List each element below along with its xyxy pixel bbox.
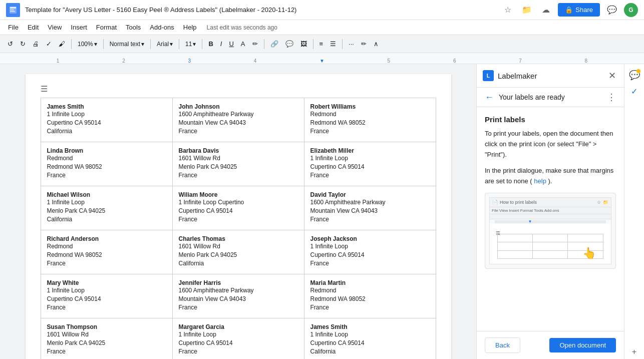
image-button[interactable]: 🖼: [298, 39, 309, 49]
label-address: 1 Infinite LoopMenlo Park CA 94025Califo…: [47, 198, 166, 223]
list-button[interactable]: ☰: [328, 39, 339, 49]
ruler-mark-9: 8: [584, 58, 587, 64]
comment-button[interactable]: 💬: [283, 39, 296, 49]
panel-sub-title: Your labels are ready: [499, 93, 602, 101]
style-select[interactable]: Normal text▾: [107, 39, 147, 49]
preview-ruler-inner: ▼: [495, 220, 606, 223]
label-address: 1601 Willow RdMenlo Park CA 94025Califor…: [179, 242, 298, 267]
toolbar-divider-4: [179, 39, 179, 49]
ruler-mark-3: 3: [188, 58, 191, 64]
label-cell: Maria MartinRedmondRedmond WA 98052Franc…: [304, 274, 436, 318]
menu-view[interactable]: View: [44, 23, 66, 32]
preview-ruler-marker: ▼: [528, 219, 532, 224]
help-link[interactable]: help: [534, 177, 546, 185]
app-icon: [6, 3, 20, 17]
back-button[interactable]: Back: [485, 337, 520, 353]
size-select[interactable]: 11▾: [183, 39, 198, 49]
ruler-mark-4: 4: [254, 58, 257, 64]
label-address: 1 Infinite LoopCupertino CA 95014France: [310, 242, 430, 267]
menu-tools[interactable]: Tools: [122, 23, 145, 32]
undo-button[interactable]: ↺: [5, 39, 16, 49]
toolbar-divider-8: [342, 39, 343, 49]
last-edit-status: Last edit was seconds ago: [207, 24, 277, 31]
toolbar: ↺ ↻ 🖨 ✓ 🖌 100%▾ Normal text▾ Arial▾ 11▾ …: [0, 35, 644, 53]
panel-footer: Back Open document: [477, 331, 624, 359]
svg-rect-2: [10, 10, 14, 11]
folder-icon[interactable]: 📁: [520, 3, 534, 17]
label-cell: Richard AndersonRedmondRedmond WA 98052F…: [41, 230, 173, 274]
label-cell: Wiliam Moore1 Infinite Loop CupertinoCup…: [173, 186, 304, 230]
side-icon-add[interactable]: +: [627, 345, 641, 359]
label-address: 1600 Amphitheatre ParkwayMountain View C…: [310, 198, 430, 223]
top-bar: Template for "Avery US Letter - 5160 Eas…: [0, 0, 644, 20]
doc-title: Template for "Avery US Letter - 5160 Eas…: [25, 6, 496, 14]
label-address: 1 Infinite LoopCupertino CA 95014Califor…: [310, 330, 430, 355]
menu-format[interactable]: Format: [92, 23, 121, 32]
svg-rect-1: [10, 7, 16, 9]
highlight-button[interactable]: ✏: [250, 39, 260, 49]
link-button[interactable]: 🔗: [268, 39, 281, 49]
panel-more-button[interactable]: ⋮: [607, 92, 616, 103]
menu-insert[interactable]: Insert: [67, 23, 91, 32]
zoom-select[interactable]: 100%▾: [75, 39, 100, 49]
redo-button[interactable]: ↻: [18, 39, 28, 49]
label-name: Jennifer Harris: [179, 279, 298, 286]
ruler-mark-7: 6: [453, 58, 456, 64]
avatar[interactable]: G: [624, 3, 638, 17]
collapse-button[interactable]: ∧: [371, 39, 381, 49]
preview-toolbar2: [490, 214, 611, 219]
label-cell: Mary White1 Infinite LoopCupertino CA 95…: [41, 274, 173, 318]
menu-addons[interactable]: Add-ons: [146, 23, 178, 32]
label-name: Mary White: [47, 279, 166, 286]
ruler: 1 2 3 4 ▼ 5 6 7 8: [0, 53, 644, 64]
preview-cursor-icon: 👆: [582, 247, 596, 260]
document-area[interactable]: ☰ James Smith1 Infinite LoopCupertino CA…: [0, 64, 476, 359]
ruler-mark-6: 5: [388, 58, 391, 64]
toolbar-divider-7: [313, 39, 313, 49]
label-name: Richard Anderson: [47, 235, 166, 242]
label-name: Charles Thomas: [179, 235, 298, 242]
label-address: 1 Infinite LoopCupertino CA 95014Califor…: [47, 110, 166, 135]
italic-button[interactable]: I: [218, 39, 225, 49]
star-icon[interactable]: ☆: [501, 3, 515, 17]
label-grid: James Smith1 Infinite LoopCupertino CA 9…: [41, 98, 436, 359]
label-name: Barbara Davis: [179, 147, 298, 154]
more-button[interactable]: ···: [346, 39, 357, 49]
align-button[interactable]: ≡: [317, 39, 326, 49]
print-button[interactable]: 🖨: [30, 39, 42, 49]
panel-close-button[interactable]: ✕: [606, 68, 618, 83]
share-button[interactable]: 🔒 Share: [558, 3, 600, 17]
spellcheck-button[interactable]: ✓: [44, 39, 54, 49]
label-address: 1601 Willow RdMenlo Park CA 94025France: [47, 330, 166, 355]
preview-star-icon: ☆: [597, 200, 601, 205]
open-document-button[interactable]: Open document: [549, 338, 616, 352]
side-icon-chat[interactable]: 💬: [627, 68, 641, 82]
font-select[interactable]: Arial▾: [154, 39, 175, 49]
menu-file[interactable]: File: [4, 23, 23, 32]
label-cell: Linda BrownRedmondRedmond WA 98052France: [41, 142, 173, 186]
label-cell: Susan Thompson1601 Willow RdMenlo Park C…: [41, 318, 173, 359]
paint-format-button[interactable]: 🖌: [56, 39, 68, 49]
text-color-button[interactable]: A: [238, 39, 248, 49]
align-icon: ☰: [41, 84, 48, 94]
panel-back-nav-icon[interactable]: ←: [485, 92, 494, 103]
comments-icon[interactable]: 💬: [605, 3, 619, 17]
label-address: RedmondRedmond WA 98052France: [310, 286, 430, 311]
underline-button[interactable]: U: [226, 39, 236, 49]
ruler-mark-2: 2: [122, 58, 125, 64]
cloud-icon[interactable]: ☁: [539, 3, 553, 17]
menu-help[interactable]: Help: [179, 23, 201, 32]
label-address: 1 Infinite LoopCupertino CA 95014France: [179, 330, 298, 355]
label-name: Maria Martin: [310, 279, 430, 286]
edit-mode-button[interactable]: ✏: [359, 39, 369, 49]
side-icon-check[interactable]: ✓: [627, 84, 641, 98]
main-content: ☰ James Smith1 Infinite LoopCupertino CA…: [0, 64, 644, 359]
label-cell: James Smith1 Infinite LoopCupertino CA 9…: [304, 318, 436, 359]
panel-body: Print labels To print your labels, open …: [477, 107, 624, 331]
top-right-actions: ☆ 📁 ☁ 🔒 Share 💬 G: [501, 3, 638, 17]
bold-button[interactable]: B: [206, 39, 215, 49]
menu-edit[interactable]: Edit: [24, 23, 43, 32]
panel-sub-header: ← Your labels are ready ⋮: [477, 88, 624, 107]
label-address: 1600 Amphitheatre ParkwayMountain View C…: [179, 286, 298, 311]
toolbar-divider-3: [150, 39, 151, 49]
